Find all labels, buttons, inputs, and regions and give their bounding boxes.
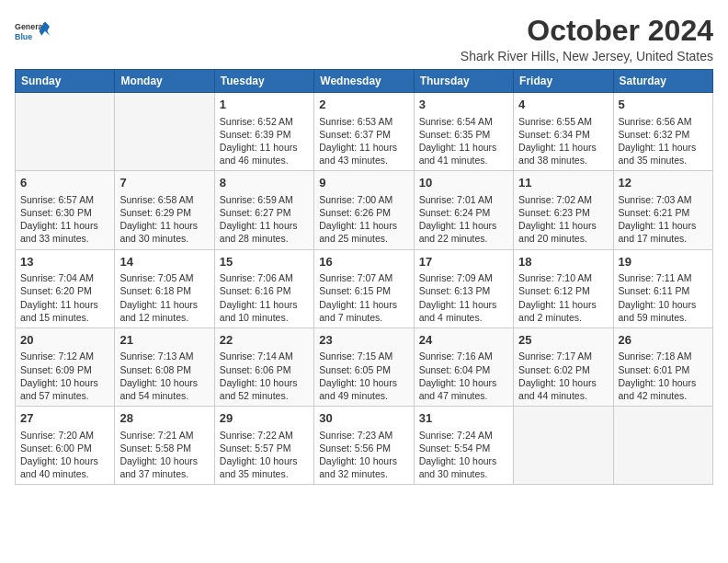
cell-info-line: and 47 minutes. — [419, 389, 508, 402]
title-block: October 2024 Shark River Hills, New Jers… — [461, 15, 713, 63]
day-number: 12 — [619, 175, 708, 191]
cell-info-line: Sunset: 6:30 PM — [20, 206, 109, 219]
day-number: 20 — [20, 332, 109, 349]
cell-info-line: and 49 minutes. — [319, 389, 408, 402]
cell-info-line: Sunrise: 7:21 AM — [119, 429, 209, 442]
cell-info-line: Sunrise: 7:12 AM — [20, 350, 109, 362]
cell-info-line: Sunset: 6:27 PM — [220, 206, 309, 219]
cell-info-line: and 37 minutes. — [119, 467, 209, 480]
calendar-cell — [514, 407, 613, 485]
cell-info-line: Sunrise: 7:09 AM — [419, 271, 508, 284]
cell-info-line: and 52 minutes. — [220, 389, 309, 402]
day-number: 18 — [518, 254, 608, 270]
cell-info-line: and 15 minutes. — [20, 311, 109, 324]
cell-info-line: Daylight: 11 hours — [619, 219, 708, 232]
calendar-cell: 20Sunrise: 7:12 AMSunset: 6:09 PMDayligh… — [16, 327, 115, 406]
calendar-cell: 22Sunrise: 7:14 AMSunset: 6:06 PMDayligh… — [214, 327, 313, 406]
cell-info-line: Sunset: 5:54 PM — [419, 442, 508, 454]
cell-info-line: Sunset: 6:16 PM — [220, 284, 309, 297]
day-number: 22 — [220, 332, 309, 349]
calendar-cell: 14Sunrise: 7:05 AMSunset: 6:18 PMDayligh… — [115, 249, 214, 327]
cell-info-line: Sunset: 6:11 PM — [619, 284, 708, 297]
cell-info-line: Daylight: 10 hours — [220, 376, 309, 389]
cell-info-line: and 4 minutes. — [419, 311, 508, 324]
cell-info-line: Sunset: 6:29 PM — [119, 206, 209, 219]
calendar-cell: 7Sunrise: 6:58 AMSunset: 6:29 PMDaylight… — [115, 171, 214, 249]
cell-info-line: Sunset: 6:06 PM — [220, 363, 309, 376]
calendar-cell: 12Sunrise: 7:03 AMSunset: 6:21 PMDayligh… — [613, 171, 712, 249]
cell-info-line: Daylight: 10 hours — [119, 454, 209, 467]
day-number: 6 — [20, 175, 109, 191]
day-number: 8 — [220, 175, 309, 191]
cell-info-line: Sunrise: 6:54 AM — [419, 115, 508, 128]
cell-info-line: and 22 minutes. — [419, 232, 508, 245]
calendar-cell: 11Sunrise: 7:02 AMSunset: 6:23 PMDayligh… — [514, 171, 613, 249]
calendar-cell: 16Sunrise: 7:07 AMSunset: 6:15 PMDayligh… — [314, 249, 414, 327]
day-number: 15 — [220, 254, 309, 270]
calendar-table: SundayMondayTuesdayWednesdayThursdayFrid… — [15, 69, 713, 485]
cell-info-line: Sunrise: 6:56 AM — [619, 115, 708, 128]
cell-info-line: Daylight: 10 hours — [419, 454, 508, 467]
weekday-header-tuesday: Tuesday — [214, 70, 313, 93]
cell-info-line: Sunset: 6:00 PM — [20, 442, 109, 454]
day-number: 17 — [419, 254, 508, 270]
cell-info-line: and 20 minutes. — [518, 232, 608, 245]
cell-info-line: and 44 minutes. — [518, 389, 608, 402]
cell-info-line: Sunset: 6:24 PM — [419, 206, 508, 219]
logo-svg: General Blue — [15, 15, 50, 50]
day-number: 1 — [220, 97, 309, 113]
calendar-cell: 17Sunrise: 7:09 AMSunset: 6:13 PMDayligh… — [414, 249, 513, 327]
cell-info-line: Daylight: 11 hours — [220, 141, 309, 154]
cell-info-line: and 28 minutes. — [220, 232, 309, 245]
cell-info-line: Sunset: 5:58 PM — [119, 442, 209, 454]
calendar-week-row: 1Sunrise: 6:52 AMSunset: 6:39 PMDaylight… — [16, 93, 713, 171]
day-number: 26 — [619, 332, 708, 349]
calendar-cell: 23Sunrise: 7:15 AMSunset: 6:05 PMDayligh… — [314, 327, 414, 406]
cell-info-line: Daylight: 10 hours — [619, 298, 708, 311]
cell-info-line: Sunset: 6:12 PM — [518, 284, 608, 297]
cell-info-line: Daylight: 10 hours — [119, 376, 209, 389]
cell-info-line: Daylight: 11 hours — [319, 219, 408, 232]
cell-info-line: Sunrise: 7:22 AM — [220, 429, 309, 442]
cell-info-line: Sunrise: 6:52 AM — [220, 115, 309, 128]
cell-info-line: and 33 minutes. — [20, 232, 109, 245]
calendar-week-row: 6Sunrise: 6:57 AMSunset: 6:30 PMDaylight… — [16, 171, 713, 249]
calendar-cell — [613, 407, 712, 485]
calendar-cell: 28Sunrise: 7:21 AMSunset: 5:58 PMDayligh… — [115, 407, 214, 485]
day-number: 4 — [518, 97, 608, 113]
calendar-cell: 8Sunrise: 6:59 AMSunset: 6:27 PMDaylight… — [214, 171, 313, 249]
svg-text:Blue: Blue — [15, 32, 32, 41]
cell-info-line: Sunset: 5:57 PM — [220, 442, 309, 454]
calendar-week-row: 13Sunrise: 7:04 AMSunset: 6:20 PMDayligh… — [16, 249, 713, 327]
cell-info-line: and 17 minutes. — [619, 232, 708, 245]
calendar-week-row: 27Sunrise: 7:20 AMSunset: 6:00 PMDayligh… — [16, 407, 713, 485]
cell-info-line: Daylight: 11 hours — [419, 219, 508, 232]
cell-info-line: Daylight: 11 hours — [220, 298, 309, 311]
cell-info-line: Sunrise: 7:15 AM — [319, 350, 408, 362]
cell-info-line: Daylight: 10 hours — [419, 376, 508, 389]
calendar-cell: 24Sunrise: 7:16 AMSunset: 6:04 PMDayligh… — [414, 327, 513, 406]
weekday-header-friday: Friday — [514, 70, 613, 93]
cell-info-line: Sunset: 6:21 PM — [619, 206, 708, 219]
day-number: 13 — [20, 254, 109, 270]
calendar-cell: 19Sunrise: 7:11 AMSunset: 6:11 PMDayligh… — [613, 249, 712, 327]
calendar-cell: 6Sunrise: 6:57 AMSunset: 6:30 PMDaylight… — [16, 171, 115, 249]
cell-info-line: Sunset: 6:34 PM — [518, 128, 608, 141]
calendar-cell: 5Sunrise: 6:56 AMSunset: 6:32 PMDaylight… — [613, 93, 712, 171]
cell-info-line: Sunset: 6:35 PM — [419, 128, 508, 141]
calendar-cell: 9Sunrise: 7:00 AMSunset: 6:26 PMDaylight… — [314, 171, 414, 249]
calendar-cell: 1Sunrise: 6:52 AMSunset: 6:39 PMDaylight… — [214, 93, 313, 171]
cell-info-line: Daylight: 11 hours — [419, 298, 508, 311]
cell-info-line: Sunrise: 7:24 AM — [419, 429, 508, 442]
cell-info-line: Daylight: 11 hours — [20, 298, 109, 311]
cell-info-line: Sunset: 6:20 PM — [20, 284, 109, 297]
cell-info-line: Sunrise: 7:13 AM — [119, 350, 209, 362]
day-number: 28 — [119, 410, 209, 427]
cell-info-line: and 25 minutes. — [319, 232, 408, 245]
day-number: 25 — [518, 332, 608, 349]
cell-info-line: Sunrise: 7:10 AM — [518, 271, 608, 284]
cell-info-line: Daylight: 10 hours — [20, 454, 109, 467]
cell-info-line: and 32 minutes. — [319, 467, 408, 480]
cell-info-line: Sunset: 6:01 PM — [619, 363, 708, 376]
cell-info-line: and 41 minutes. — [419, 154, 508, 167]
